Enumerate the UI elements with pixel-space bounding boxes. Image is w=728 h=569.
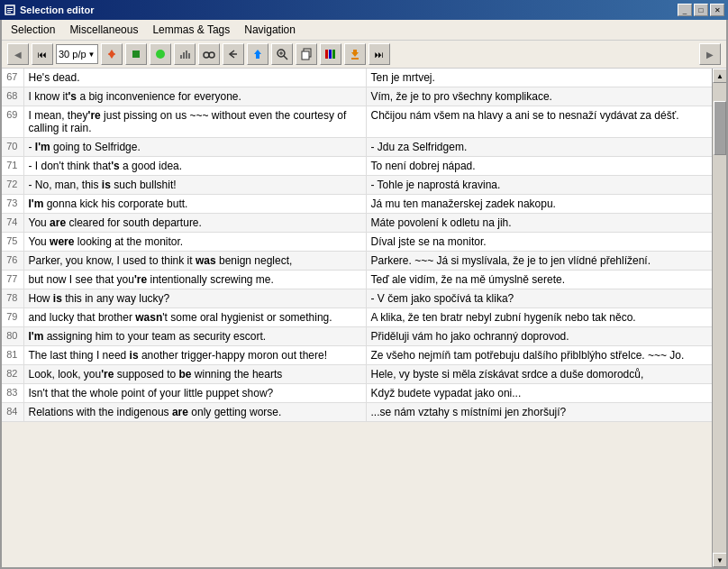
scroll-down-button[interactable]: ▼ (713, 553, 726, 567)
scroll-up-button[interactable]: ▲ (713, 69, 726, 83)
table-row: 81The last thing I need is another trigg… (2, 346, 712, 365)
row-number: 73 (2, 195, 23, 214)
table-container[interactable]: 67He's dead.Ten je mrtvej.68I know it's … (2, 69, 712, 567)
row-number: 68 (2, 87, 23, 106)
scroll-track[interactable] (713, 83, 726, 553)
table-row: 68I know it's a big inconvenience for ev… (2, 87, 712, 106)
page-size-value: 30 p/p (59, 49, 86, 60)
row-number: 74 (2, 214, 23, 233)
svg-rect-6 (132, 50, 140, 58)
page-size-dropdown[interactable]: 30 p/p ▼ (56, 44, 98, 64)
source-text: I'm gonna kick his corporate butt. (23, 195, 366, 214)
menu-miscellaneous[interactable]: Miscellaneous (64, 22, 143, 38)
target-text: To není dobrej nápad. (366, 157, 712, 176)
table-row: 76Parker, you know, I used to think it w… (2, 252, 712, 271)
row-number: 76 (2, 252, 23, 271)
svg-rect-23 (329, 50, 332, 59)
chart-button[interactable] (174, 43, 196, 65)
books-icon (324, 48, 337, 60)
export-button[interactable] (247, 43, 268, 65)
target-text: Parkere. ~~~ Já si myslívala, že je to j… (366, 252, 712, 271)
row-number: 72 (2, 176, 23, 195)
scroll-thumb[interactable] (714, 101, 726, 155)
books-button[interactable] (320, 43, 341, 65)
row-number: 77 (2, 271, 23, 289)
go-to-start-button[interactable]: ⏮ (32, 43, 53, 65)
window-controls: _ □ ✕ (678, 4, 724, 16)
row-number: 79 (2, 308, 23, 327)
export-icon (251, 48, 264, 60)
row-number: 82 (2, 365, 23, 384)
restore-button[interactable]: □ (694, 4, 708, 16)
menu-lemmas-tags[interactable]: Lemmas & Tags (147, 22, 235, 38)
back-arrow-icon (227, 48, 240, 60)
download-button[interactable] (344, 43, 366, 65)
stop-icon (131, 49, 141, 60)
menu-bar: Selection Miscellaneous Lemmas & Tags Na… (2, 20, 726, 41)
title-bar: Selection editor _ □ ✕ (0, 0, 728, 20)
window-icon (4, 4, 16, 16)
table-row: 82Look, look, you're supposed to be winn… (2, 365, 712, 384)
target-text: Já mu ten manažerskej zadek nakopu. (366, 195, 712, 214)
back-arrow-button[interactable] (223, 43, 244, 65)
table-row: 78How is this in any way lucky?- V čem j… (2, 289, 712, 308)
row-number: 81 (2, 346, 23, 365)
table-row: 83Isn't that the whole point of your lit… (2, 384, 712, 403)
download-icon (349, 48, 361, 60)
svg-rect-24 (332, 50, 335, 59)
row-number: 71 (2, 157, 23, 176)
source-text: but now I see that you're intentionally … (23, 271, 366, 289)
target-text: ...se nám vztahy s místními jen zhoršují… (366, 403, 712, 422)
dropdown-arrow-icon: ▼ (88, 50, 96, 59)
target-text: Teď ale vidím, že na mě úmyslně serete. (366, 271, 712, 289)
sort-button[interactable] (101, 43, 123, 65)
source-text: He's dead. (23, 69, 366, 87)
target-text: Ze všeho nejmíň tam potřebuju dalšího př… (366, 346, 712, 365)
row-number: 70 (2, 138, 23, 157)
target-text: Vím, že je to pro všechny komplikace. (366, 87, 712, 106)
svg-rect-2 (7, 10, 13, 11)
table-row: 84Relations with the indigenous are only… (2, 403, 712, 422)
target-text: Máte povolení k odletu na jih. (366, 214, 712, 233)
target-text: - Tohle je naprostá kravina. (366, 176, 712, 195)
stop-button[interactable] (125, 43, 147, 65)
table-row: 73I'm gonna kick his corporate butt.Já m… (2, 195, 712, 214)
source-text: - No, man, this is such bullshit! (23, 176, 366, 195)
copy-button[interactable] (296, 43, 317, 65)
target-text: - V čem jako spočívá ta klika? (366, 289, 712, 308)
zoom-button[interactable] (271, 43, 293, 65)
target-text: Chčijou nám všem na hlavy a ani se to ne… (366, 106, 712, 138)
menu-selection[interactable]: Selection (5, 22, 60, 38)
nav-next-button[interactable]: ▶ (699, 43, 721, 65)
copy-icon (300, 48, 313, 60)
source-text: How is this in any way lucky? (23, 289, 366, 308)
target-text: - Jdu za Selfridgem. (366, 138, 712, 157)
svg-line-17 (284, 56, 287, 60)
go-to-end-button[interactable]: ⏭ (369, 43, 390, 65)
svg-marker-5 (108, 53, 115, 59)
target-text: Ten je mrtvej. (366, 69, 712, 87)
row-number: 69 (2, 106, 23, 138)
go-button[interactable] (150, 43, 171, 65)
svg-rect-8 (180, 55, 182, 59)
table-row: 77but now I see that you're intentionall… (2, 271, 712, 289)
go-icon (155, 49, 166, 60)
svg-rect-21 (302, 51, 309, 60)
nav-prev-button[interactable]: ◀ (7, 43, 29, 65)
row-number: 84 (2, 403, 23, 422)
target-text: Hele, vy byste si měla získávat srdce a … (366, 365, 712, 384)
source-text: I know it's a big inconvenience for ever… (23, 87, 366, 106)
source-text: and lucky that brother wasn't some oral … (23, 308, 366, 327)
source-text: Look, look, you're supposed to be winnin… (23, 365, 366, 384)
minimize-button[interactable]: _ (678, 4, 692, 16)
source-text: I mean, they're just pissing on us ~~~ w… (23, 106, 366, 138)
menu-navigation[interactable]: Navigation (239, 22, 301, 38)
row-number: 80 (2, 327, 23, 346)
binoculars-button[interactable] (198, 43, 220, 65)
window-body: Selection Miscellaneous Lemmas & Tags Na… (0, 20, 728, 569)
source-text: Isn't that the whole point of your littl… (23, 384, 366, 403)
source-text: Relations with the indigenous are only g… (23, 403, 366, 422)
table-row: 70- I'm going to Selfridge.- Jdu za Self… (2, 138, 712, 157)
scrollbar[interactable]: ▲ ▼ (712, 69, 726, 567)
close-button[interactable]: ✕ (710, 4, 724, 16)
